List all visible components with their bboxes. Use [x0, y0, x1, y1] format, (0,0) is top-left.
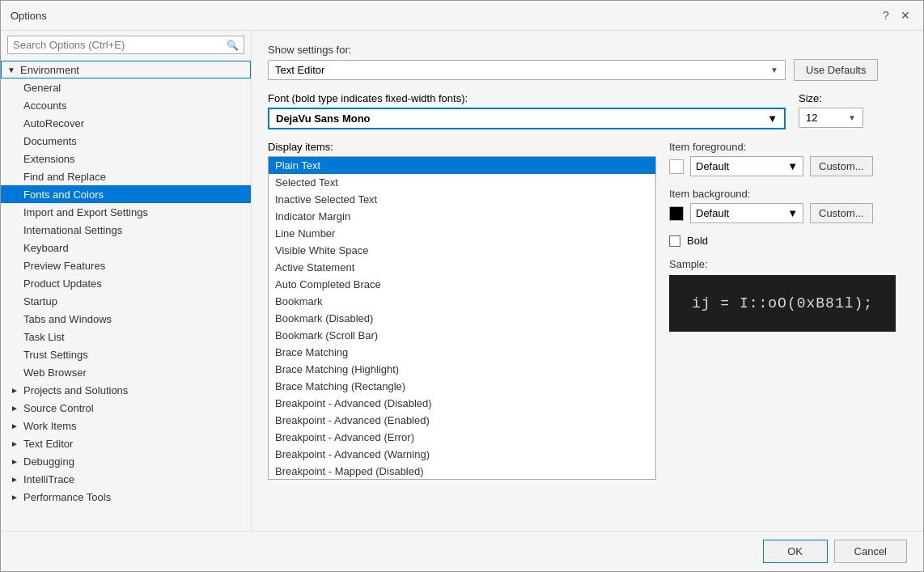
- startup-label: Startup: [23, 295, 57, 307]
- text-editor-label: Text Editor: [23, 438, 73, 450]
- display-items-section: Display items: Plain TextSelected TextIn…: [268, 141, 907, 480]
- main-content: 🔍 ▼ Environment General Accounts AutoRec…: [1, 31, 923, 531]
- sidebar-item-find-replace[interactable]: Find and Replace: [1, 167, 251, 185]
- cancel-button[interactable]: Cancel: [834, 540, 907, 563]
- display-items-label: Display items:: [268, 141, 656, 153]
- display-list-item[interactable]: Bookmark (Scroll Bar): [269, 327, 655, 344]
- search-input[interactable]: [13, 39, 227, 51]
- search-box[interactable]: 🔍: [7, 36, 244, 54]
- sidebar-item-autorecover[interactable]: AutoRecover: [1, 114, 251, 132]
- sidebar-item-documents[interactable]: Documents: [1, 132, 251, 150]
- sidebar-item-intellitrace[interactable]: ► IntelliTrace: [1, 470, 251, 488]
- display-list-item[interactable]: Brace Matching (Highlight): [269, 361, 655, 378]
- sidebar-item-web-browser[interactable]: Web Browser: [1, 363, 251, 381]
- display-list-item[interactable]: Bookmark (Disabled): [269, 310, 655, 327]
- ok-button[interactable]: OK: [763, 540, 828, 563]
- foreground-custom-button[interactable]: Custom...: [810, 156, 873, 176]
- fg-controls: Default ▼ Custom...: [669, 156, 896, 176]
- debugging-label: Debugging: [23, 455, 74, 468]
- options-dialog: Options ? ✕ 🔍 ▼ Environment General: [0, 0, 924, 572]
- sidebar-item-source-control[interactable]: ► Source Control: [1, 399, 251, 417]
- size-group: Size: 12 ▼: [799, 92, 863, 128]
- foreground-dropdown[interactable]: Default ▼: [690, 156, 803, 176]
- chevron-down-icon-fg: ▼: [787, 160, 798, 172]
- sidebar-item-startup[interactable]: Startup: [1, 292, 251, 310]
- sidebar-item-accounts[interactable]: Accounts: [1, 96, 251, 114]
- display-list-item[interactable]: Indicator Margin: [269, 208, 655, 225]
- sidebar-item-performance-tools[interactable]: ► Performance Tools: [1, 488, 251, 506]
- display-list-item[interactable]: Brace Matching (Rectangle): [269, 378, 655, 395]
- sidebar-item-preview-features[interactable]: Preview Features: [1, 256, 251, 274]
- international-label: International Settings: [23, 224, 122, 236]
- extensions-label: Extensions: [23, 153, 75, 165]
- sidebar-item-debugging[interactable]: ► Debugging: [1, 452, 251, 470]
- item-background-row: Item background: Default ▼ Custom...: [669, 188, 896, 223]
- trust-settings-label: Trust Settings: [23, 349, 88, 361]
- display-list[interactable]: Plain TextSelected TextInactive Selected…: [268, 156, 656, 480]
- bold-checkbox[interactable]: [669, 235, 680, 247]
- size-dropdown[interactable]: 12 ▼: [799, 108, 863, 128]
- sample-section: Sample: ij = I::oO(0xB81l);: [669, 258, 896, 332]
- display-list-item[interactable]: Line Number: [269, 225, 655, 242]
- sidebar-item-international[interactable]: International Settings: [1, 221, 251, 239]
- foreground-value: Default: [696, 160, 729, 172]
- sample-box: ij = I::oO(0xB81l);: [669, 275, 896, 332]
- sidebar-item-product-updates[interactable]: Product Updates: [1, 274, 251, 292]
- show-settings-value: Text Editor: [275, 64, 324, 76]
- display-list-item[interactable]: Breakpoint - Mapped (Disabled): [269, 463, 655, 480]
- import-export-label: Import and Export Settings: [23, 206, 148, 218]
- display-list-item[interactable]: Breakpoint - Advanced (Error): [269, 429, 655, 446]
- sidebar-item-text-editor[interactable]: ► Text Editor: [1, 434, 251, 452]
- display-list-item[interactable]: Breakpoint - Advanced (Warning): [269, 446, 655, 463]
- expand-arrow-sc: ►: [11, 404, 23, 413]
- expand-arrow-wi: ►: [11, 422, 23, 430]
- chevron-down-icon-size: ▼: [848, 113, 856, 122]
- item-foreground-label: Item foreground:: [669, 141, 896, 153]
- font-dropdown[interactable]: DejaVu Sans Mono ▼: [268, 108, 786, 129]
- sample-label: Sample:: [669, 258, 896, 270]
- bg-controls: Default ▼ Custom...: [669, 203, 896, 223]
- sample-text: ij = I::oO(0xB81l);: [692, 295, 873, 311]
- display-list-item[interactable]: Visible White Space: [269, 242, 655, 259]
- chevron-down-icon-bg: ▼: [787, 207, 798, 219]
- sidebar-item-extensions[interactable]: Extensions: [1, 150, 251, 167]
- display-list-item[interactable]: Brace Matching: [269, 344, 655, 361]
- sidebar-item-import-export[interactable]: Import and Export Settings: [1, 203, 251, 221]
- display-list-item[interactable]: Active Statement: [269, 259, 655, 276]
- item-background-label: Item background:: [669, 188, 896, 200]
- sidebar-item-task-list[interactable]: Task List: [1, 328, 251, 345]
- display-list-item[interactable]: Selected Text: [269, 174, 655, 191]
- display-list-item[interactable]: Breakpoint - Advanced (Enabled): [269, 412, 655, 429]
- expand-arrow-dbg: ►: [11, 457, 23, 466]
- background-custom-button[interactable]: Custom...: [810, 203, 873, 223]
- display-list-item[interactable]: Breakpoint - Advanced (Disabled): [269, 395, 655, 412]
- sidebar-item-fonts-colors[interactable]: Fonts and Colors: [1, 185, 251, 203]
- sidebar-item-tabs-windows[interactable]: Tabs and Windows: [1, 310, 251, 328]
- sidebar-item-work-items[interactable]: ► Work Items: [1, 417, 251, 434]
- close-button[interactable]: ✕: [897, 7, 913, 23]
- keyboard-label: Keyboard: [23, 242, 69, 254]
- fonts-colors-label: Fonts and Colors: [23, 189, 104, 201]
- display-list-item[interactable]: Auto Completed Brace: [269, 276, 655, 293]
- sidebar-item-general[interactable]: General: [1, 78, 251, 96]
- display-list-item[interactable]: Bookmark: [269, 293, 655, 310]
- display-list-item[interactable]: Inactive Selected Text: [269, 191, 655, 208]
- product-updates-label: Product Updates: [23, 278, 102, 290]
- bottom-bar: OK Cancel: [1, 531, 923, 571]
- projects-solutions-label: Projects and Solutions: [23, 384, 128, 396]
- help-button[interactable]: ?: [878, 7, 894, 23]
- preview-features-label: Preview Features: [23, 260, 105, 272]
- background-dropdown[interactable]: Default ▼: [690, 203, 803, 223]
- show-settings-controls: Text Editor ▼ Use Defaults: [268, 59, 907, 81]
- show-settings-dropdown[interactable]: Text Editor ▼: [268, 60, 786, 80]
- use-defaults-button[interactable]: Use Defaults: [794, 59, 878, 81]
- sidebar-item-projects-solutions[interactable]: ► Projects and Solutions: [1, 381, 251, 399]
- find-replace-label: Find and Replace: [23, 171, 106, 183]
- sidebar-item-environment[interactable]: ▼ Environment: [1, 61, 251, 78]
- sidebar-item-trust-settings[interactable]: Trust Settings: [1, 345, 251, 363]
- task-list-label: Task List: [23, 331, 65, 343]
- item-settings: Item foreground: Default ▼ Custom...: [669, 141, 896, 480]
- title-bar: Options ? ✕: [1, 1, 923, 31]
- sidebar-item-keyboard[interactable]: Keyboard: [1, 239, 251, 256]
- display-list-item[interactable]: Plain Text: [269, 157, 655, 174]
